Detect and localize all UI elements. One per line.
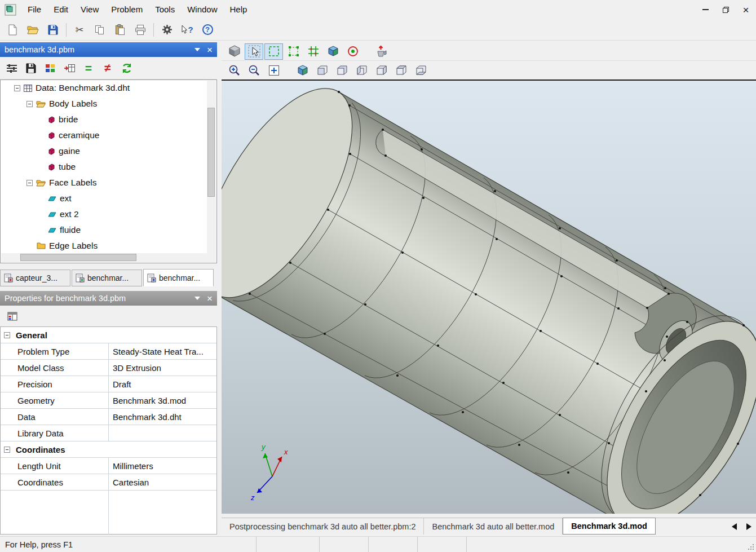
tree-item-bride[interactable]: bride (1, 112, 216, 127)
property-row[interactable]: Library Data (1, 425, 216, 441)
close-icon[interactable] (736, 1, 756, 18)
save-icon[interactable] (43, 21, 63, 39)
property-value[interactable]: Millimeters (109, 458, 216, 474)
property-key: Library Data (1, 425, 109, 441)
scrollbar-thumb[interactable] (20, 254, 136, 261)
not-equal-icon[interactable] (98, 59, 117, 77)
menu-window[interactable]: Window (181, 0, 223, 19)
tree-item-ext-2[interactable]: ext 2 (1, 206, 216, 222)
zoom-out-icon[interactable] (245, 62, 263, 78)
zoom-in-icon[interactable] (225, 62, 244, 78)
property-row[interactable]: Length Unit Millimeters (1, 458, 216, 474)
property-value[interactable] (109, 425, 216, 441)
menu-help[interactable]: Help (224, 0, 254, 19)
context-help-icon[interactable] (177, 21, 197, 39)
tree-item-ext[interactable]: ext (1, 191, 216, 206)
help-icon[interactable] (197, 21, 218, 39)
property-section-general[interactable]: General (1, 327, 216, 343)
bottom-tab-benchmark-3d[interactable]: Benchmark 3d.mod (563, 518, 656, 535)
collapse-icon[interactable] (14, 85, 20, 91)
refresh-icon[interactable] (117, 59, 136, 77)
menu-view[interactable]: View (74, 0, 105, 19)
bottom-tab-postprocessing[interactable]: Postprocessing benchmark 3d auto all bet… (222, 518, 424, 535)
property-value[interactable]: Steady-State Heat Tra... (109, 343, 216, 359)
paste-icon[interactable] (110, 21, 130, 39)
menu-problem[interactable]: Problem (105, 0, 149, 19)
collapse-icon[interactable] (26, 101, 33, 107)
sliders-icon[interactable] (2, 59, 21, 77)
property-row[interactable]: Data Benchmark 3d.dht (1, 409, 216, 425)
equals-icon[interactable] (79, 59, 98, 77)
view-box-front-icon[interactable] (313, 62, 331, 78)
open-icon[interactable] (23, 21, 43, 39)
bottom-tab-benchmark-auto[interactable]: Benchmark 3d auto all better.mod (424, 518, 563, 535)
tree-item-gaine[interactable]: gaine (1, 143, 216, 159)
gear-icon[interactable] (157, 21, 177, 39)
collapse-icon[interactable] (26, 180, 33, 186)
menu-edit[interactable]: Edit (47, 0, 74, 19)
new-icon[interactable] (2, 21, 23, 39)
property-row[interactable]: Geometry Benchmark 3d.mod (1, 392, 216, 409)
property-value[interactable]: Cartesian (109, 474, 216, 490)
tree-item-data-root[interactable]: Data: Benchmark 3d.dht (1, 80, 216, 96)
tree-item-fluide[interactable]: fluide (1, 222, 216, 238)
print-icon[interactable] (130, 21, 151, 39)
scrollbar-thumb[interactable] (207, 108, 215, 197)
cut-icon[interactable] (69, 21, 90, 39)
property-row[interactable]: Precision Draft (1, 376, 216, 392)
panel-menu-icon[interactable] (194, 297, 200, 300)
tree-group-face-labels[interactable]: Face Labels (1, 175, 216, 191)
menu-tools[interactable]: Tools (149, 0, 181, 19)
solid-cube-icon[interactable] (225, 43, 244, 60)
view-box-bottom-icon[interactable] (412, 62, 430, 78)
tree-group-edge-labels[interactable]: Edge Labels (1, 238, 216, 254)
restore-icon[interactable] (715, 1, 736, 18)
doc-tab-benchmark-1[interactable]: benchmar... (72, 270, 142, 286)
labels-icon[interactable] (41, 59, 60, 77)
tree-item-ceramique[interactable]: ceramique (1, 127, 216, 143)
panel-close-icon[interactable] (207, 294, 213, 303)
pour-icon[interactable] (372, 43, 391, 60)
tree-item-tube[interactable]: tube (1, 159, 216, 175)
tab-scroll-right-icon[interactable] (741, 518, 756, 535)
select-cursor-icon[interactable] (245, 43, 263, 60)
doc-tab-capteur[interactable]: capteur_3... (0, 270, 70, 286)
panel-menu-icon[interactable] (194, 48, 200, 51)
tree-horizontal-scrollbar[interactable] (1, 253, 207, 262)
tree-group-body-labels[interactable]: Body Labels (1, 96, 216, 112)
property-row[interactable]: Problem Type Steady-State Heat Tra... (1, 343, 216, 360)
property-value[interactable]: Benchmark 3d.mod (109, 392, 216, 408)
property-value[interactable]: 3D Extrusion (109, 360, 216, 376)
colored-cube-icon[interactable] (324, 43, 342, 60)
collapse-icon[interactable] (4, 447, 10, 453)
view-box-right-icon[interactable] (372, 62, 391, 78)
menu-file[interactable]: File (21, 0, 47, 19)
axis-x-label: x (284, 448, 288, 456)
property-value[interactable]: Benchmark 3d.dht (109, 409, 216, 425)
transfer-icon[interactable] (60, 59, 79, 77)
tab-scroll-left-icon[interactable] (727, 518, 741, 535)
target-icon[interactable] (343, 43, 362, 60)
select-handles-icon[interactable] (284, 43, 303, 60)
property-row[interactable]: Model Class 3D Extrusion (1, 360, 216, 376)
property-section-coordinates[interactable]: Coordinates (1, 441, 216, 458)
property-grid-icon[interactable] (2, 307, 23, 325)
select-rect-icon[interactable] (264, 43, 283, 60)
resize-grip-icon[interactable] (748, 537, 756, 552)
copy-icon[interactable] (90, 21, 110, 39)
iso-view-icon[interactable] (293, 62, 312, 78)
view-box-back-icon[interactable] (333, 62, 351, 78)
zoom-window-icon[interactable] (264, 62, 283, 78)
panel-close-icon[interactable] (207, 45, 213, 55)
view-box-left-icon[interactable] (352, 62, 371, 78)
save-data-icon[interactable] (21, 59, 41, 77)
viewport-3d[interactable]: y x z (222, 80, 756, 514)
property-value[interactable]: Draft (109, 376, 216, 392)
property-row[interactable]: Coordinates Cartesian (1, 474, 216, 491)
doc-tab-benchmark-2[interactable]: benchmar... (143, 269, 214, 286)
minimize-icon[interactable] (695, 1, 715, 18)
view-box-top-icon[interactable] (392, 62, 410, 78)
tree-vertical-scrollbar[interactable] (207, 81, 216, 254)
select-grid-icon[interactable] (304, 43, 322, 60)
collapse-icon[interactable] (4, 332, 10, 338)
